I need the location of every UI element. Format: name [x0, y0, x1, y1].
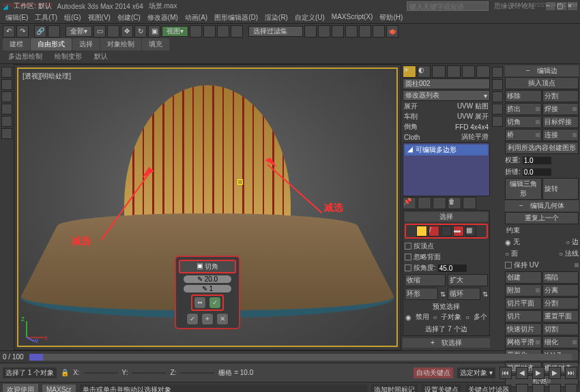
add-time-marker[interactable]: 添加时间标记 — [371, 385, 418, 393]
stack-config-icon[interactable] — [463, 197, 476, 209]
mirror-button[interactable] — [304, 25, 317, 37]
caddy-amount-input[interactable]: ✎ 20.0 — [184, 275, 231, 283]
set-key-button[interactable]: 设置关键点 — [422, 385, 461, 393]
x-field[interactable] — [84, 372, 118, 374]
material-editor-button[interactable] — [359, 25, 371, 37]
rtab-polydraw[interactable]: 多边形绘制 — [3, 50, 48, 63]
maxscript-tab[interactable]: MAXScr — [42, 385, 76, 392]
cmd-hierarchy-icon[interactable] — [432, 65, 446, 78]
viewport[interactable]: [透视][明暗处理] 减选 减选 ▣ 切角 ✎ 20.0 ✎ 1 ▪▪ ✓ — [14, 64, 401, 350]
play-end-button[interactable]: ⏭ — [565, 367, 577, 379]
split-button[interactable]: 分割 — [542, 90, 579, 102]
menu-group[interactable]: 组(G) — [61, 12, 83, 23]
render-setup-button[interactable] — [373, 25, 385, 37]
ring-button[interactable]: 环形 — [405, 288, 438, 300]
chamfer-button[interactable]: 切角 — [505, 116, 542, 128]
cmd-create-icon[interactable]: ☀ — [403, 65, 416, 78]
mod-preset-1[interactable]: 车削UVW 展开 — [403, 112, 490, 121]
create-shape-button[interactable]: 利用所选内容创建图形 — [505, 142, 579, 154]
caddy-plus-button[interactable]: + — [201, 313, 214, 325]
play-start-button[interactable]: ⏮ — [499, 367, 512, 379]
detach-button[interactable]: 分离 — [542, 284, 579, 297]
modify-panel-icon[interactable] — [1, 79, 12, 90]
spinner-snap-toggle[interactable] — [231, 25, 243, 37]
create-panel-icon[interactable] — [1, 67, 12, 78]
utilities-panel-icon[interactable] — [1, 128, 12, 139]
motion-panel-icon[interactable] — [1, 104, 12, 115]
edit-geo-title[interactable]: − 编辑几何体 — [505, 200, 579, 211]
angle-spinner[interactable]: 45.0 — [438, 265, 467, 272]
select-button[interactable]: ▭ — [93, 25, 106, 37]
stack-pin-icon[interactable]: 📌 — [403, 197, 416, 209]
selection-rollout-title[interactable]: 选择 — [405, 212, 488, 222]
timeline[interactable]: 0 / 100 — [0, 350, 580, 363]
stack-remove-icon[interactable]: 🗑 — [448, 197, 461, 209]
repeat-last-button[interactable]: 重复上一个 — [505, 212, 579, 224]
play-button[interactable]: ▶ — [532, 367, 545, 379]
time-slider[interactable] — [29, 354, 572, 361]
slice-plane-button[interactable]: 切片平面 — [505, 297, 542, 310]
undo-button[interactable]: ↶ — [3, 25, 15, 37]
subobj-edge-icon[interactable]: / — [429, 226, 439, 237]
split2-button[interactable]: 分割 — [542, 297, 579, 310]
menu-modifiers[interactable]: 修改器(M) — [145, 12, 181, 23]
link-button[interactable]: 🔗 — [34, 25, 46, 37]
gizmo-handle[interactable] — [237, 179, 243, 185]
soft-sel-rollout[interactable]: + 软选择 — [403, 338, 490, 348]
menu-maxscript[interactable]: MAXScript(X) — [329, 12, 376, 23]
cmd-display-icon[interactable] — [462, 65, 476, 78]
layers-button[interactable] — [332, 25, 344, 37]
snap-toggle[interactable] — [190, 25, 202, 37]
scale-button[interactable]: ▣ — [148, 25, 160, 37]
target-weld-button[interactable]: 目标焊接 — [542, 116, 579, 128]
cmd-motion-icon[interactable] — [447, 65, 461, 78]
key-filter-button[interactable]: 关键点过滤器 — [465, 385, 512, 393]
caddy-open-button[interactable]: ▪▪ — [194, 297, 206, 309]
tessellate-button[interactable]: 细化 — [542, 336, 579, 348]
rotate-button[interactable]: ↻ — [134, 25, 147, 37]
edit-tri-button[interactable]: 编辑三角形 — [505, 178, 542, 200]
tab-populate[interactable]: 填充 — [142, 38, 169, 50]
tab-selection[interactable]: 选择 — [72, 38, 100, 50]
create-button[interactable]: 创建 — [505, 271, 542, 284]
edit-edges-title[interactable]: − 编辑边 — [505, 65, 579, 76]
y-field[interactable] — [132, 372, 166, 374]
display-panel-icon[interactable] — [1, 116, 12, 127]
redo-button[interactable]: ↷ — [16, 25, 29, 37]
mod-preset-3[interactable]: Cloth涡轮平滑 — [403, 132, 490, 142]
caddy-apply-button[interactable]: ✓ — [209, 297, 221, 309]
nav-orbit-icon[interactable] — [549, 384, 561, 393]
crease-spinner[interactable]: 0.0 — [523, 168, 551, 176]
connect-button[interactable]: 连接 — [542, 129, 579, 141]
ref-coord-dropdown[interactable]: 视图 ▾ — [162, 26, 188, 37]
cmd-modify-icon[interactable]: ◐ — [418, 65, 431, 78]
menu-views[interactable]: 视图(V) — [85, 12, 113, 23]
ignore-back-check[interactable] — [405, 254, 411, 260]
percent-snap-toggle[interactable] — [217, 25, 229, 37]
unlink-button[interactable] — [48, 25, 60, 37]
quickslice-button[interactable]: 快速切片 — [505, 323, 542, 335]
render-button[interactable]: 🫖 — [386, 25, 398, 37]
remove-button[interactable]: 移除 — [505, 90, 542, 102]
collapse-button[interactable]: 塌陷 — [542, 271, 579, 284]
rt-icon-3[interactable] — [492, 91, 503, 102]
sel-set-dropdown[interactable]: 选定对象 ▾ — [457, 367, 495, 378]
bridge-button[interactable]: 桥 — [505, 129, 542, 141]
curve-editor-button[interactable] — [345, 25, 358, 37]
help-search-input[interactable] — [407, 1, 489, 11]
by-vertex-check[interactable] — [405, 243, 411, 250]
loop-button[interactable]: 循环 — [448, 288, 481, 300]
weight-spinner[interactable]: 1.0 — [523, 157, 551, 164]
menu-tools[interactable]: 工具(T) — [32, 12, 60, 23]
caddy-segments-input[interactable]: ✎ 1 — [184, 285, 231, 292]
menu-help[interactable]: 帮助(H) — [377, 12, 405, 23]
menu-graph[interactable]: 图形编辑器(D) — [212, 12, 261, 23]
maximize-button[interactable]: ▢ — [557, 2, 566, 10]
mod-preset-2[interactable]: 倒角FFD 4x4x4 — [403, 122, 490, 132]
menu-rendering[interactable]: 渲染(R) — [262, 12, 291, 23]
close-button[interactable]: × — [568, 2, 577, 10]
by-angle-check[interactable] — [405, 265, 411, 271]
subobj-border-icon[interactable] — [441, 226, 452, 237]
rt-icon-1[interactable] — [492, 67, 503, 78]
z-field[interactable] — [180, 372, 214, 374]
